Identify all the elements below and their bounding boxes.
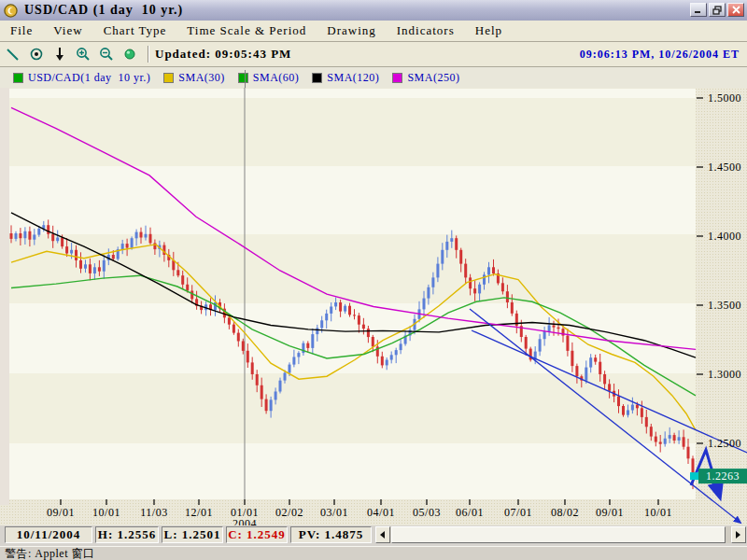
svg-text:09/01: 09/01 xyxy=(596,506,624,519)
minimize-button[interactable] xyxy=(690,3,707,17)
svg-text:04/01: 04/01 xyxy=(367,506,395,519)
svg-text:1.4500: 1.4500 xyxy=(708,161,741,174)
crosshair-tool-button[interactable] xyxy=(26,46,47,63)
legend-swatch xyxy=(238,73,248,83)
plot-background xyxy=(0,88,696,505)
zoom-out-button[interactable] xyxy=(96,46,117,63)
date-axis: 09/0110/0111/0312/0101/01200402/0203/010… xyxy=(47,499,672,525)
quote-low: L: 1.2501 xyxy=(162,526,223,543)
svg-text:1.2500: 1.2500 xyxy=(708,437,741,450)
svg-text:12/01: 12/01 xyxy=(185,506,213,519)
svg-text:09/01: 09/01 xyxy=(47,506,75,519)
menu-item-help[interactable]: Help xyxy=(465,23,513,38)
legend-label: SMA(30) xyxy=(178,71,225,85)
legend-swatch xyxy=(392,73,402,83)
quote-high: H: 1.2556 xyxy=(95,526,159,543)
close-button[interactable] xyxy=(727,3,744,17)
last-price-marker xyxy=(690,472,698,480)
svg-text:08/02: 08/02 xyxy=(551,506,579,519)
toolbar-separator xyxy=(148,46,149,63)
applet-status-bar: 警告: Applet 窗口 xyxy=(0,546,747,560)
zoom-out-icon xyxy=(99,47,114,62)
menu-item-chart-type[interactable]: Chart Type xyxy=(93,23,177,38)
price-chart[interactable]: 1.50001.45001.40001.35001.30001.250009/0… xyxy=(0,88,747,525)
menu-item-indicators[interactable]: Indicators xyxy=(387,23,465,38)
legend-item: SMA(60) xyxy=(238,71,300,85)
menu-item-drawing[interactable]: Drawing xyxy=(317,23,387,38)
toolbar: Updated: 09:05:43 PM 09:06:13 PM, 10/26/… xyxy=(0,42,747,67)
crosshair-icon xyxy=(29,47,44,62)
legend-item: SMA(30) xyxy=(163,71,225,85)
svg-text:1.2263: 1.2263 xyxy=(706,469,740,483)
menu-item-time-scale-period[interactable]: Time Scale & Period xyxy=(176,23,317,38)
zoom-in-icon xyxy=(76,47,91,62)
server-clock: 09:06:13 PM, 10/26/2004 ET xyxy=(580,48,740,62)
restore-icon xyxy=(712,6,723,15)
svg-text:10/01: 10/01 xyxy=(92,506,120,519)
legend-item: SMA(120) xyxy=(312,71,379,85)
line-tool-button[interactable] xyxy=(3,46,23,63)
quote-pv: PV: 1.4875 xyxy=(290,526,372,543)
svg-text:1.4000: 1.4000 xyxy=(708,230,741,243)
down-arrow-tool-button[interactable] xyxy=(49,46,70,63)
quote-close: C: 1.2549 xyxy=(226,526,288,543)
legend-label: SMA(250) xyxy=(407,71,459,85)
svg-text:07/01: 07/01 xyxy=(504,506,532,519)
legend-label: USD/CAD(1 day 10 yr.) xyxy=(28,71,150,85)
green-ball-button[interactable] xyxy=(120,46,140,63)
scroll-left-button[interactable] xyxy=(375,526,390,543)
zoom-in-button[interactable] xyxy=(73,46,93,63)
quote-date: 10/11/2004 xyxy=(5,526,92,543)
scroll-right-icon xyxy=(736,531,741,539)
app-window: { "window": { "title": "USD/CAD (1 day 1… xyxy=(0,0,747,560)
menu-item-file[interactable]: File xyxy=(0,23,43,38)
legend-swatch xyxy=(13,73,23,83)
legend-item: USD/CAD(1 day 10 yr.) xyxy=(13,71,150,85)
svg-text:11/03: 11/03 xyxy=(140,506,167,519)
svg-text:1.5000: 1.5000 xyxy=(708,91,741,105)
app-coin-icon xyxy=(4,4,18,18)
last-price-label: 1.2263 xyxy=(698,469,747,483)
restore-button[interactable] xyxy=(709,3,726,17)
svg-text:05/03: 05/03 xyxy=(413,506,441,519)
price-axis: 1.50001.45001.40001.35001.30001.2500 xyxy=(697,91,741,450)
legend-item: SMA(250) xyxy=(392,71,459,85)
svg-text:06/01: 06/01 xyxy=(456,506,484,519)
window-controls xyxy=(690,3,744,17)
menu-bar: FileViewChart TypeTime Scale & PeriodDra… xyxy=(0,21,747,42)
svg-text:10/01: 10/01 xyxy=(644,506,672,519)
close-icon xyxy=(732,6,740,14)
svg-text:2004: 2004 xyxy=(233,517,257,525)
scroll-right-button[interactable] xyxy=(731,526,746,543)
down-arrow-icon xyxy=(54,47,65,62)
updated-timestamp: Updated: 09:05:43 PM xyxy=(155,47,291,62)
svg-text:02/02: 02/02 xyxy=(275,506,303,519)
chart-legend: USD/CAD(1 day 10 yr.)SMA(30)SMA(60)SMA(1… xyxy=(0,67,747,88)
title-bar[interactable]: USD/CAD (1 day 10 yr.) xyxy=(0,0,747,21)
horizontal-scrollbar[interactable] xyxy=(375,526,746,543)
year-separator-line xyxy=(245,70,246,88)
svg-text:03/01: 03/01 xyxy=(320,506,348,519)
scroll-left-icon xyxy=(380,531,386,539)
quote-bar: 10/11/2004 H: 1.2556 L: 1.2501 C: 1.2549… xyxy=(0,525,747,546)
applet-warning-text: 警告: Applet 窗口 xyxy=(5,547,95,560)
svg-text:1.3000: 1.3000 xyxy=(708,368,741,381)
svg-text:1.3500: 1.3500 xyxy=(708,299,741,312)
menu-item-view[interactable]: View xyxy=(43,23,92,38)
legend-label: SMA(60) xyxy=(253,71,300,85)
legend-swatch xyxy=(163,73,174,83)
window-title: USD/CAD (1 day 10 yr.) xyxy=(24,3,183,18)
scrollbar-thumb[interactable] xyxy=(391,526,726,543)
legend-swatch xyxy=(312,73,322,83)
line-tool-icon xyxy=(6,47,21,62)
legend-label: SMA(120) xyxy=(327,71,379,85)
green-ball-icon xyxy=(124,49,135,60)
minimize-icon xyxy=(694,6,703,14)
